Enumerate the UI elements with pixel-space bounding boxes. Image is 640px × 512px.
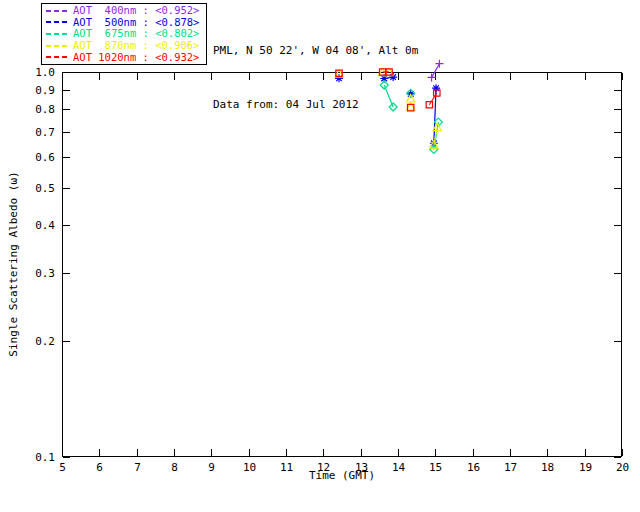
x-tick-label: 18 (541, 461, 554, 474)
data-point-400nm (428, 73, 436, 81)
y-tick-label: 0.9 (35, 84, 55, 97)
y-tick-label: 1.0 (35, 66, 55, 79)
y-tick-label: 0.1 (35, 451, 55, 464)
legend-item: AOT 1020nm : <0.932> (46, 52, 206, 63)
x-tick-label: 16 (467, 461, 480, 474)
y-tick-label: 0.5 (35, 182, 55, 195)
legend-box: AOT 400nm : <0.952>AOT 500nm : <0.878>AO… (41, 3, 207, 65)
x-tick-label: 19 (579, 461, 592, 474)
y-tick-label: 0.7 (35, 126, 55, 139)
x-tick-label: 15 (429, 461, 442, 474)
legend-dash-sample (46, 56, 68, 58)
legend-item-label: AOT 400nm : <0.952> (73, 5, 199, 16)
x-tick-label: 6 (96, 461, 103, 474)
legend-dash-sample (46, 33, 68, 35)
legend-dash-sample (46, 21, 68, 23)
y-tick-label: 0.2 (35, 335, 55, 348)
ssa-plot-page: AOT 400nm : <0.952>AOT 500nm : <0.878>AO… (0, 0, 640, 512)
legend-dash-sample (46, 45, 68, 47)
y-axis-label: Single Scattering Albedo (ω) (7, 171, 20, 356)
legend-item: AOT 400nm : <0.952> (46, 5, 206, 16)
y-tick-label: 0.8 (35, 103, 55, 116)
x-tick-label: 12 (317, 461, 330, 474)
x-tick-label: 8 (171, 461, 178, 474)
x-tick-label: 14 (392, 461, 406, 474)
x-tick-label: 9 (208, 461, 215, 474)
legend-item-label: AOT 870nm : <0.906> (73, 40, 199, 51)
data-point-870nm (406, 95, 414, 102)
plot-area: 5678910111213141516171819201.00.90.80.70… (62, 72, 622, 457)
x-tick-label: 7 (134, 461, 141, 474)
x-tick-label: 11 (280, 461, 293, 474)
site-location-text: PML, N 50 22', W 04 08', Alt 0m (213, 42, 418, 60)
y-tick-label: 0.3 (35, 267, 55, 280)
data-point-1020nm (426, 102, 432, 108)
axis-frame (63, 73, 622, 457)
legend-item: AOT 500nm : <0.878> (46, 17, 206, 28)
x-tick-label: 10 (243, 461, 256, 474)
legend-item: AOT 675nm : <0.802> (46, 28, 206, 39)
x-tick-label: 13 (355, 461, 368, 474)
x-tick-label: 5 (59, 461, 66, 474)
legend-dash-sample (46, 10, 68, 12)
legend-item-label: AOT 500nm : <0.878> (73, 17, 199, 28)
legend-item-label: AOT 1020nm : <0.932> (73, 52, 199, 63)
y-tick-label: 0.4 (35, 219, 55, 232)
y-tick-label: 0.6 (35, 151, 55, 164)
legend-item-label: AOT 675nm : <0.802> (73, 28, 199, 39)
x-tick-label: 17 (504, 461, 517, 474)
data-point-400nm (435, 60, 443, 68)
legend-item: AOT 870nm : <0.906> (46, 40, 206, 51)
x-tick-label: 20 (616, 461, 629, 474)
